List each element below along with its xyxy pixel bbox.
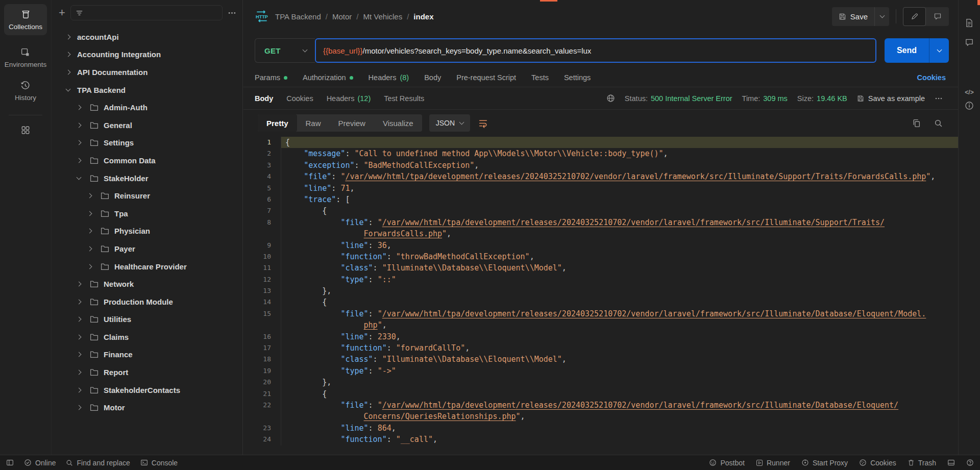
- rail-item-collections[interactable]: Collections: [4, 4, 47, 35]
- tree-item-payer[interactable]: Payer: [52, 240, 242, 258]
- code-snippet-icon[interactable]: </>: [965, 89, 973, 96]
- chevron-down-icon[interactable]: [75, 177, 83, 179]
- breadcrumb-part[interactable]: Mt Vehicles: [363, 12, 402, 21]
- statusbar-cookies[interactable]: Cookies: [859, 459, 896, 467]
- new-collection-button[interactable]: +: [59, 7, 65, 18]
- tree-item-physician[interactable]: Physician: [52, 222, 242, 240]
- file-link[interactable]: Concerns/QueriesRelationships.php: [364, 412, 516, 421]
- cookies-link[interactable]: Cookies: [917, 73, 946, 82]
- info-icon[interactable]: [965, 101, 974, 110]
- chevron-down-icon[interactable]: [64, 89, 72, 91]
- chevron-right-icon[interactable]: [75, 282, 83, 286]
- tree-item-general[interactable]: General: [52, 116, 242, 134]
- chevron-right-icon[interactable]: [75, 159, 83, 162]
- save-button[interactable]: Save: [832, 7, 889, 26]
- chevron-right-icon[interactable]: [85, 212, 93, 215]
- statusbar-runner[interactable]: Runner: [756, 459, 790, 467]
- tree-item-accounting-integration[interactable]: Accounting Integration: [52, 46, 242, 64]
- tree-item-settings[interactable]: Settings: [52, 134, 242, 152]
- request-tab-tests[interactable]: Tests: [531, 73, 549, 82]
- sidebar-more-icon[interactable]: [228, 9, 236, 17]
- file-link[interactable]: /var/www/html/tpa/development/releases/2…: [382, 218, 885, 227]
- chevron-right-icon[interactable]: [75, 300, 83, 304]
- method-select[interactable]: GET: [255, 38, 315, 63]
- edit-button[interactable]: [903, 7, 926, 26]
- tree-item-utilities[interactable]: Utilities: [52, 311, 242, 329]
- request-tab-authorization[interactable]: Authorization: [303, 73, 353, 82]
- statusbar-find-and-replace[interactable]: Find and replace: [66, 459, 130, 467]
- tree-item-motor[interactable]: Motor: [52, 399, 242, 416]
- tree-item-report[interactable]: Report: [52, 363, 242, 381]
- chevron-right-icon[interactable]: [75, 123, 83, 127]
- response-tab-cookies[interactable]: Cookies: [286, 94, 313, 103]
- chevron-right-icon[interactable]: [85, 229, 93, 233]
- tree-item-tpa[interactable]: Tpa: [52, 205, 242, 222]
- tree-item-claims[interactable]: Claims: [52, 328, 242, 346]
- chevron-right-icon[interactable]: [85, 247, 93, 251]
- request-tab-pre-request-script[interactable]: Pre-request Script: [456, 73, 516, 82]
- chevron-right-icon[interactable]: [75, 106, 83, 109]
- send-options-chevron[interactable]: [929, 50, 949, 52]
- language-select[interactable]: JSON: [429, 114, 470, 132]
- file-link[interactable]: /var/www/html/tpa/development/releases/2…: [382, 401, 898, 410]
- request-tab-params[interactable]: Params: [255, 73, 287, 82]
- chevron-right-icon[interactable]: [75, 406, 83, 409]
- chevron-right-icon[interactable]: [75, 370, 83, 374]
- statusbar-start-proxy[interactable]: Start Proxy: [801, 459, 848, 467]
- comments-icon[interactable]: [965, 38, 974, 47]
- view-tab-visualize[interactable]: Visualize: [374, 114, 422, 132]
- request-tab-body[interactable]: Body: [424, 73, 441, 82]
- chevron-right-icon[interactable]: [75, 141, 83, 144]
- chevron-right-icon[interactable]: [75, 335, 83, 339]
- statusbar-panel[interactable]: [947, 459, 955, 466]
- statusbar-help[interactable]: [966, 459, 974, 466]
- save-options-chevron[interactable]: [875, 15, 889, 17]
- chevron-right-icon[interactable]: [85, 194, 93, 197]
- url-input[interactable]: {{base_url}}/motor/vehicles?search_keys=…: [315, 38, 876, 63]
- rail-item-apps[interactable]: [21, 126, 30, 135]
- tree-item-tpa-backend[interactable]: TPA Backend: [52, 81, 242, 99]
- view-tab-preview[interactable]: Preview: [330, 114, 374, 132]
- rail-item-history[interactable]: History: [15, 81, 36, 102]
- save-as-example-button[interactable]: Save as example: [857, 94, 925, 103]
- file-link[interactable]: php: [364, 320, 378, 330]
- copy-icon[interactable]: [912, 119, 921, 128]
- statusbar-postbot[interactable]: Postbot: [709, 459, 744, 467]
- search-icon[interactable]: [934, 119, 943, 128]
- wrap-text-button[interactable]: [478, 118, 488, 128]
- chevron-right-icon[interactable]: [64, 53, 72, 56]
- tree-item-network[interactable]: Network: [52, 275, 242, 293]
- response-tab-test-results[interactable]: Test Results: [384, 94, 424, 103]
- statusbar-trash[interactable]: Trash: [908, 459, 936, 467]
- tree-item-api-documentation[interactable]: API Documentation: [52, 63, 242, 81]
- send-button[interactable]: Send: [885, 38, 949, 63]
- sidebar-search-input[interactable]: [70, 5, 223, 20]
- tree-item-admin-auth[interactable]: Admin-Auth: [52, 98, 242, 116]
- comment-button[interactable]: [926, 7, 949, 26]
- tree-item-healthcare-provider[interactable]: Healthcare Provider: [52, 258, 242, 276]
- statusbar-console[interactable]: Console: [140, 459, 178, 467]
- tree-item-stakeholdercontacts[interactable]: StakeholderContacts: [52, 381, 242, 399]
- chevron-right-icon[interactable]: [75, 317, 83, 321]
- response-tab-body[interactable]: Body: [255, 94, 273, 103]
- view-tab-raw[interactable]: Raw: [297, 114, 330, 132]
- request-tab-settings[interactable]: Settings: [564, 73, 591, 82]
- tree-item-common-data[interactable]: Common Data: [52, 152, 242, 169]
- breadcrumb-part[interactable]: Motor: [332, 12, 352, 21]
- view-tab-pretty[interactable]: Pretty: [258, 114, 297, 132]
- rail-item-environments[interactable]: Environments: [5, 47, 47, 68]
- statusbar-sidebar-toggle[interactable]: [6, 459, 14, 466]
- response-tab-headers[interactable]: Headers(12): [327, 94, 371, 103]
- file-link[interactable]: /var/www/html/tpa/development/releases/2…: [345, 172, 926, 181]
- chevron-right-icon[interactable]: [64, 70, 72, 74]
- request-tab-headers[interactable]: Headers(8): [369, 73, 409, 82]
- tree-item-accountapi[interactable]: accountApi: [52, 28, 242, 46]
- file-link[interactable]: /var/www/html/tpa/development/releases/2…: [382, 309, 926, 318]
- tree-item-stakeholder[interactable]: StakeHolder: [52, 169, 242, 187]
- chevron-right-icon[interactable]: [64, 35, 72, 39]
- chevron-right-icon[interactable]: [85, 265, 93, 268]
- tree-item-production-module[interactable]: Production Module: [52, 293, 242, 311]
- response-more-icon[interactable]: [935, 94, 943, 103]
- tree-item-reinsurer[interactable]: Reinsurer: [52, 187, 242, 205]
- breadcrumb-part[interactable]: TPA Backend: [275, 12, 321, 21]
